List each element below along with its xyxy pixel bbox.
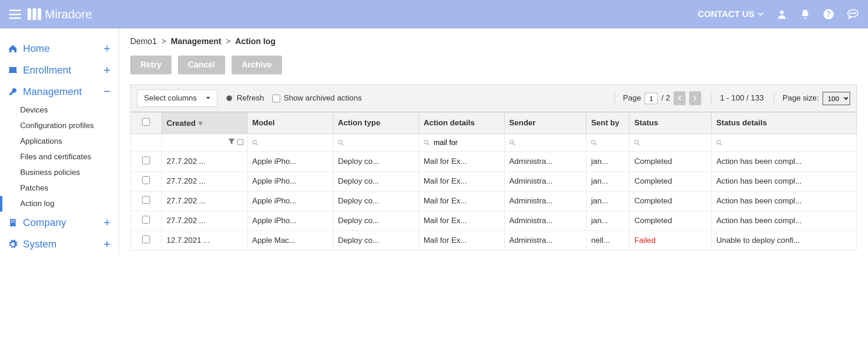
cell-sender: Administra... <box>504 172 586 191</box>
filter-status-details[interactable] <box>712 134 857 152</box>
chat-icon[interactable] <box>847 9 859 20</box>
filter-action-details[interactable] <box>419 134 504 152</box>
breadcrumb-root[interactable]: Demo1 <box>130 37 157 46</box>
sidebar: Home + Enrollment + Management − <box>0 28 119 255</box>
row-checkbox[interactable] <box>142 236 150 243</box>
row-checkbox[interactable] <box>142 196 150 204</box>
filter-action-type[interactable] <box>333 134 419 152</box>
sidebar-sub-files-certs[interactable]: Files and certificates <box>20 149 119 165</box>
gear-icon <box>8 240 17 249</box>
table-row[interactable]: 12.7.2021 ...Apple Mac...Deploy co...Mai… <box>131 231 857 251</box>
plus-icon[interactable]: + <box>104 237 111 251</box>
filter-status[interactable] <box>630 134 712 152</box>
cancel-button[interactable]: Cancel <box>178 56 225 74</box>
row-checkbox-cell <box>131 231 162 251</box>
col-header-status[interactable]: Status <box>630 112 712 134</box>
cell-status: Completed <box>630 191 712 211</box>
minus-icon[interactable]: − <box>104 84 111 99</box>
page-size-select[interactable]: 100 <box>823 92 850 105</box>
contact-us-label: CONTACT US <box>698 9 754 19</box>
sidebar-item-company[interactable]: Company + <box>0 212 119 233</box>
retry-button[interactable]: Retry <box>130 56 171 74</box>
bell-icon[interactable] <box>800 9 810 20</box>
app-header: Miradore CONTACT US ? <box>0 0 868 28</box>
plus-icon[interactable]: + <box>104 215 111 230</box>
filter-input[interactable] <box>509 137 583 149</box>
cell-sender: Administra... <box>504 211 586 231</box>
col-header-action-type[interactable]: Action type <box>333 112 419 134</box>
col-header-created[interactable]: Created▾ <box>162 112 248 134</box>
svg-point-17 <box>338 140 342 144</box>
search-icon <box>716 140 722 146</box>
brand-name: Miradore <box>45 7 92 22</box>
table-row[interactable]: 27.7.202 ...Apple iPho...Deploy co...Mai… <box>131 172 857 191</box>
main-content: Demo1 > Management > Action log Retry Ca… <box>119 28 868 255</box>
sidebar-item-system[interactable]: System + <box>0 233 119 255</box>
show-archived-checkbox[interactable]: Show archived actions <box>272 94 362 103</box>
svg-text:?: ? <box>826 10 831 18</box>
plus-icon[interactable]: + <box>104 41 111 56</box>
breadcrumb-parent[interactable]: Management <box>171 37 221 46</box>
filter-input[interactable] <box>715 137 853 149</box>
filter-created[interactable] <box>162 134 248 152</box>
table-row[interactable]: 27.7.202 ...Apple iPho...Deploy co...Mai… <box>131 191 857 211</box>
refresh-button[interactable]: Refresh <box>226 94 264 103</box>
col-header-sender[interactable]: Sender <box>504 112 586 134</box>
page-input[interactable] <box>645 93 658 104</box>
row-checkbox-cell <box>131 211 162 231</box>
search-icon <box>338 140 344 146</box>
cell-created: 27.7.202 ... <box>162 172 248 191</box>
sidebar-sub-patches[interactable]: Patches <box>20 180 119 196</box>
select-all-header <box>131 112 162 134</box>
col-header-status-details[interactable]: Status details <box>712 112 857 134</box>
row-checkbox-cell <box>131 152 162 172</box>
filter-input[interactable] <box>251 137 329 149</box>
cell-sent-by: jan... <box>586 152 630 172</box>
plus-icon[interactable]: + <box>104 63 111 77</box>
col-header-sent-by[interactable]: Sent by <box>586 112 630 134</box>
filter-input[interactable] <box>633 137 708 149</box>
row-checkbox[interactable] <box>142 157 150 164</box>
archive-button[interactable]: Archive <box>232 56 282 74</box>
svg-rect-12 <box>11 222 12 223</box>
help-icon[interactable]: ? <box>823 9 834 20</box>
filter-sender[interactable] <box>504 134 586 152</box>
row-checkbox-cell <box>131 172 162 191</box>
search-icon <box>424 140 430 146</box>
show-archived-input[interactable] <box>272 95 280 102</box>
sidebar-item-home[interactable]: Home + <box>0 38 119 59</box>
sidebar-item-enrollment[interactable]: Enrollment + <box>0 59 119 81</box>
contact-us-button[interactable]: CONTACT US <box>698 9 763 19</box>
cell-sent-by: jan... <box>586 172 630 191</box>
sidebar-sub-devices[interactable]: Devices <box>20 102 119 118</box>
sidebar-sub-business-policies[interactable]: Business policies <box>20 165 119 180</box>
filter-input[interactable] <box>337 137 415 149</box>
page-navigator: Page / 2 <box>614 91 702 105</box>
sidebar-sub-config-profiles[interactable]: Configuration profiles <box>20 118 119 134</box>
filter-sent-by[interactable] <box>586 134 630 152</box>
breadcrumb-sep: > <box>226 37 231 46</box>
sidebar-item-management[interactable]: Management − <box>0 81 119 102</box>
cell-model: Apple Mac... <box>248 231 333 251</box>
brand-logo[interactable]: Miradore <box>28 7 92 22</box>
table-row[interactable]: 27.7.202 ...Apple iPho...Deploy co...Mai… <box>131 211 857 231</box>
filter-input[interactable] <box>423 137 501 149</box>
table-row[interactable]: 27.7.202 ...Apple iPho...Deploy co...Mai… <box>131 152 857 172</box>
filter-row <box>131 134 857 152</box>
select-all-checkbox[interactable] <box>142 118 150 126</box>
row-checkbox[interactable] <box>142 216 150 224</box>
sidebar-sub-applications[interactable]: Applications <box>20 134 119 149</box>
filter-model[interactable] <box>248 134 333 152</box>
col-header-action-details[interactable]: Action details <box>419 112 504 134</box>
cell-sent-by: jan... <box>586 191 630 211</box>
row-checkbox[interactable] <box>142 176 150 184</box>
prev-page-button[interactable] <box>674 91 686 105</box>
hamburger-menu-icon[interactable] <box>9 10 21 19</box>
svg-rect-10 <box>12 220 13 221</box>
select-columns-dropdown[interactable]: Select columns <box>137 90 217 107</box>
sidebar-sub-action-log[interactable]: Action log <box>20 196 119 212</box>
next-page-button[interactable] <box>689 91 701 105</box>
user-icon[interactable] <box>776 9 787 20</box>
col-header-model[interactable]: Model <box>248 112 333 134</box>
svg-point-19 <box>510 140 514 144</box>
